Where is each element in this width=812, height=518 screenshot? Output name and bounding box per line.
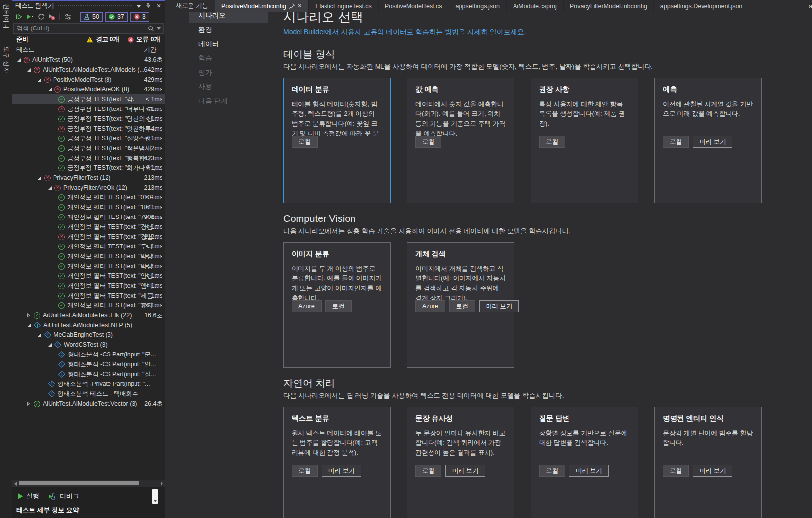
tab-aimodule.csproj[interactable]: AiModule.csproj (507, 0, 564, 12)
search-options-caret-icon[interactable] (157, 27, 161, 30)
filter-passed-button[interactable]: 37 (105, 12, 128, 22)
nav-item-0[interactable]: 시나리오 (189, 12, 268, 23)
scrollbar-thumb[interactable] (19, 481, 139, 485)
expand-closed-icon[interactable] (27, 313, 30, 317)
error-group[interactable]: 오류 0개 (127, 35, 160, 44)
test-tree-row[interactable]: ✓개인정보 필터 TEST(text: "박상...< 1ms (12, 251, 165, 261)
side-tab-containers[interactable]: 컨테이너 (2, 4, 10, 29)
test-tree-row[interactable]: ✓개인정보 필터 TEST(text: "010-...< 1ms (12, 192, 165, 202)
scroll-right-icon[interactable] (161, 482, 163, 486)
run-all-icon[interactable] (15, 12, 23, 21)
test-tree-row[interactable]: ✕PositiveModelAreOK (8)429ms (12, 84, 165, 94)
run-selected-button[interactable]: 실행 (17, 492, 39, 501)
azure-button[interactable]: Azure (292, 300, 322, 312)
tab-privacyfiltermodel.mbconfig[interactable]: PrivacyFilterModel.mbconfig (564, 0, 654, 12)
tab-appsettings.json[interactable]: appsettings.json (449, 0, 507, 12)
expand-open-icon[interactable] (38, 333, 41, 337)
tab-ap[interactable]: ap (802, 0, 812, 12)
tab-elasticenginetest.cs[interactable]: ElasticEngineTest.cs (309, 0, 379, 12)
window-position-icon[interactable] (135, 2, 142, 9)
local-button[interactable]: 로컬 (539, 136, 565, 148)
debug-selected-button[interactable]: 디버그 (49, 492, 79, 501)
test-tree-row[interactable]: ✕긍정부정 TEST(text: "너무나 고...< 1ms (12, 104, 165, 114)
local-button[interactable]: 로컬 (539, 465, 565, 477)
tab-positivemodel.mbconfig[interactable]: PositiveModel.mbconfig✕ (215, 0, 309, 12)
local-button[interactable]: 로컬 (325, 300, 352, 312)
expand-open-icon[interactable] (27, 324, 31, 327)
test-tree-row[interactable]: ✕긍정부정 TEST(text: "멋진하루...4ms (12, 124, 165, 134)
local-button[interactable]: 로컬 (292, 465, 318, 477)
drag-handle[interactable] (57, 4, 132, 8)
tab-appsettings.development.json[interactable]: appsettings.Development.json (654, 0, 749, 12)
pin-icon[interactable] (145, 3, 152, 9)
test-tree-row[interactable]: ✕개인정보 필터 TEST(text: "경남...212ms (12, 232, 165, 242)
expand-open-icon[interactable] (48, 88, 52, 91)
filter-failed-button[interactable]: 3 (130, 12, 149, 22)
test-tree-row[interactable]: ✓개인정보 필터 TEST(text: "휴지...< 1ms (12, 300, 165, 310)
column-duration[interactable]: 기간 (144, 46, 156, 54)
scenario-card[interactable]: 텍스트 분류원시 텍스트 데이터에 레이블 또는 범주를 할당합니다(예: 고객… (283, 407, 391, 518)
scenario-card[interactable]: 데이터 분류테이블 형식 데이터(숫자형, 범주형, 텍스트형)를 2개 이상의… (283, 78, 391, 203)
learn-more-link[interactable]: Model Builder에서 사용자 고유의 데이터로 학습하는 방법을 자세… (283, 28, 764, 37)
test-tree-row[interactable]: ✓개인정보 필터 TEST(text: "경남...< 1ms (12, 222, 165, 232)
horizontal-scrollbar[interactable] (12, 480, 165, 487)
preview-button[interactable]: 미리 보기 (569, 465, 609, 477)
column-splitter[interactable] (141, 46, 141, 54)
test-tree-row[interactable]: ✓개인정보 필터 TEST(text: "제품...1ms (12, 291, 165, 300)
test-tree-row[interactable]: ✓개인정보 필터 TEST(text: "184....< 1ms (12, 202, 165, 212)
mini-scrollbar[interactable] (152, 489, 158, 504)
search-input[interactable]: 검색 (Ctrl+l) (13, 23, 164, 34)
preview-button[interactable]: 미리 보기 (479, 300, 519, 312)
scenario-card[interactable]: 개체 검색이미지에서 개체를 검색하고 식별합니다(예: 이미지에서 자동차를 … (407, 242, 514, 368)
test-tree-row[interactable]: !MeCabEngineTest (5) (12, 330, 165, 340)
test-tree-row[interactable]: !형태소분석 -CS Part(input: "안... (12, 359, 165, 369)
local-button[interactable]: 로컬 (415, 136, 441, 148)
column-test[interactable]: 테스트 (12, 46, 165, 54)
local-button[interactable]: 로컬 (663, 136, 689, 148)
close-tab-icon[interactable]: ✕ (298, 3, 302, 9)
preview-button[interactable]: 미리 보기 (693, 465, 732, 477)
test-tree-row[interactable]: !WordCSTest (3) (12, 340, 165, 350)
nav-item-2[interactable]: 데이터 (189, 37, 268, 51)
local-button[interactable]: 로컬 (415, 465, 441, 477)
test-tree-row[interactable]: ✕PrivacyFilterTest (12)213ms (12, 173, 165, 183)
cancel-run-icon[interactable] (48, 12, 55, 21)
test-tree-row[interactable]: ✓긍정부정 TEST(text: "실망스럽...< 1ms (12, 134, 165, 143)
scenario-card[interactable]: 질문 답변상황별 정보를 기반으로 질문에 대한 답변을 검색합니다.로컬미리 … (531, 407, 638, 518)
test-tree-row[interactable]: ✓개인정보 필터 TEST(text: "루나...< 1ms (12, 242, 165, 251)
scenario-card[interactable]: 문장 유사성두 문장이 얼마나 유사한지 비교합니다(예: 검색 쿼리에서 가장… (407, 407, 514, 518)
scenario-card[interactable]: 이미지 분류이미지를 두 개 이상의 범주로 분류합니다. 예를 들어 이미지가… (283, 242, 391, 368)
scenario-card[interactable]: 값 예측데이터에서 숫자 값을 예측합니다(회귀). 예를 들어 크기, 위치 … (407, 78, 514, 203)
filter-total-button[interactable]: 50 (80, 12, 103, 22)
test-tree-row[interactable]: ✓긍정부정 TEST(text: "당신의 상...< 1ms (12, 114, 165, 124)
local-button[interactable]: 로컬 (449, 300, 475, 312)
pin-icon[interactable] (289, 3, 295, 9)
settings-icon[interactable] (64, 12, 72, 21)
expand-open-icon[interactable] (38, 78, 41, 82)
side-tab-toolbox[interactable]: 도구 상자 (2, 46, 10, 74)
test-tree-row[interactable]: ✓AiUnitTest.AiModuleTest.Vector (3)26.4초 (12, 399, 165, 409)
azure-button[interactable]: Azure (415, 300, 445, 312)
test-tree-row[interactable]: !형태소분석 테스트 - 택배회수 (12, 389, 165, 399)
scenario-card[interactable]: 명명된 엔터티 인식문장의 개별 단어에 범주를 할당합니다.로컬미리 보기 (654, 407, 762, 518)
local-button[interactable]: 로컬 (663, 465, 689, 477)
test-tree-row[interactable]: ✓긍정부정 TEST(text: "화가나요",...< 1ms (12, 163, 165, 173)
preview-button[interactable]: 미리 보기 (322, 465, 361, 477)
expand-open-icon[interactable] (17, 58, 21, 62)
expand-open-icon[interactable] (48, 186, 52, 190)
test-tree-row[interactable]: ✓긍정부정 TEST(text: "썩은냄새...2ms (12, 143, 165, 153)
nav-item-1[interactable]: 환경 (189, 23, 268, 37)
scenario-card[interactable]: 권장 사항특정 사용자에 대한 제안 항목 목록을 생성합니다(예: 제품 권장… (531, 78, 638, 203)
repeat-run-icon[interactable] (37, 12, 45, 21)
preview-button[interactable]: 미리 보기 (693, 136, 732, 148)
local-button[interactable]: 로컬 (292, 136, 318, 148)
expand-open-icon[interactable] (48, 343, 52, 347)
test-tree-row[interactable]: ✓개인정보 필터 TEST(text: "안녕...< 1ms (12, 271, 165, 281)
test-tree-row[interactable]: ✓AiUnitTest.AiModuleTest.Elk (22)16.6초 (12, 310, 165, 320)
search-icon[interactable] (148, 26, 154, 32)
test-tree-row[interactable]: ✓개인정보 필터 TEST(text: "박상...< 1ms (12, 261, 165, 271)
test-tree-row[interactable]: ✕PrivacyFilterAreOk (12)213ms (12, 183, 165, 192)
run-icon[interactable] (26, 12, 35, 21)
test-tree-row[interactable]: ✕AiUnitTest (50)43.6초 (12, 55, 165, 65)
scenario-card[interactable]: 예측이전에 관찰된 시계열 값을 기반으로 미래 값을 예측합니다.로컬미리 보… (654, 78, 762, 203)
